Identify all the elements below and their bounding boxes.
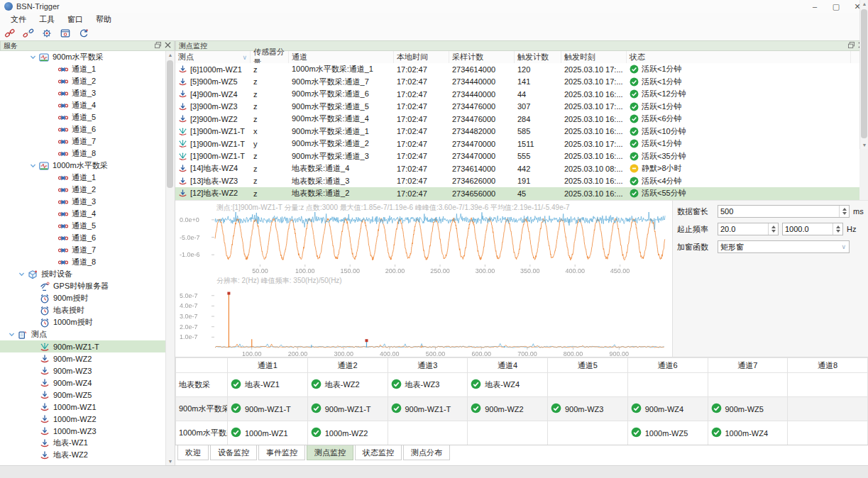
app-window-icon[interactable] (58, 27, 72, 40)
tree-item-900m-wz5[interactable]: 900m-WZ5 (0, 389, 166, 401)
table-row[interactable]: [13]地表-WZ3z地表数采:通道_317:02:47273462600019… (175, 175, 859, 188)
scroll-down-icon[interactable]: ▼ (166, 457, 175, 465)
matrix-col-header-3[interactable]: 通道3 (388, 358, 468, 373)
table-row[interactable]: [1]900m-WZ1-Tx900m水平数采:通道_117:02:4727344… (175, 126, 859, 138)
freq-min-spinbox[interactable] (718, 223, 779, 235)
matrix-cell[interactable]: 地表-WZ1 (228, 373, 308, 397)
tree-item-gps-clock-server[interactable]: GPS时钟服务器 (0, 280, 166, 292)
tree-item-900m-wz3[interactable]: 900m-WZ3 (0, 365, 166, 377)
float-panel-icon[interactable] (848, 42, 855, 50)
column-header-7[interactable]: 触发时刻 (561, 51, 627, 63)
tree-item-1000m-timing[interactable]: 1000m授时 (0, 316, 166, 328)
window-length-field[interactable] (718, 207, 839, 216)
tab-event-monitor[interactable]: 事件监控 (258, 445, 305, 460)
tree-item-900m-channel-7[interactable]: 通道_7 (0, 135, 166, 148)
scroll-down-icon[interactable]: ▼ (860, 141, 868, 149)
table-scroll-thumb[interactable] (861, 9, 867, 138)
matrix-cell[interactable]: 900m-WZ4 (627, 397, 708, 421)
matrix-col-header-4[interactable]: 通道4 (468, 358, 548, 373)
matrix-cell[interactable]: 地表-WZ4 (468, 373, 548, 397)
window-length-spinbox[interactable] (718, 205, 850, 218)
matrix-cell[interactable]: 1000m-WZ5 (627, 421, 708, 445)
matrix-cell[interactable]: 1000m-WZ1 (228, 421, 308, 445)
tree-item-900m-channel-3[interactable]: 通道_3 (0, 87, 166, 99)
freq-max-spinbox[interactable] (782, 223, 843, 235)
chevron-down-icon[interactable] (18, 271, 25, 277)
minimize-button[interactable]: – (804, 0, 825, 13)
matrix-col-header-1[interactable]: 通道1 (228, 358, 308, 373)
tree-item-1000m-wz2[interactable]: 1000m-WZ2 (0, 413, 166, 425)
tree-item-surface-wz2[interactable]: 地表-WZ2 (0, 449, 166, 461)
tree-item-900m-wz2[interactable]: 900m-WZ2 (0, 352, 166, 365)
matrix-cell[interactable]: 1000m-WZ4 (708, 421, 788, 445)
scroll-up-icon[interactable]: ▲ (860, 0, 868, 8)
chevron-down-icon[interactable] (9, 331, 15, 338)
column-header-1[interactable]: 测点∨ (175, 51, 251, 63)
table-row[interactable]: [6]1000m-WZ1z1000m水平数采:通道_117:02:4727346… (175, 63, 859, 76)
tree-item-1000m-channel-1[interactable]: 通道_1 (0, 172, 166, 184)
matrix-cell[interactable]: 900m-WZ3 (548, 397, 628, 421)
tree-item-timing-devices[interactable]: 授时设备 (0, 268, 166, 280)
tree-item-900m-wz4[interactable]: 900m-WZ4 (0, 377, 166, 389)
window-fn-select[interactable]: 矩形窗 ∨ (718, 240, 850, 253)
tree-item-900m-channel-1[interactable]: 通道_1 (0, 63, 166, 75)
freq-min-stepper[interactable] (768, 223, 778, 235)
tree-item-1000m-channel-2[interactable]: 通道_2 (0, 184, 166, 196)
matrix-cell[interactable] (788, 421, 868, 445)
tree-item-surface-timing[interactable]: 地表授时 (0, 304, 166, 316)
matrix-cell[interactable] (708, 373, 788, 397)
column-header-8[interactable]: 状态 (627, 51, 851, 63)
matrix-cell[interactable]: 900m-WZ1-T (388, 397, 468, 421)
tree-item-900m-channel-2[interactable]: 通道_2 (0, 75, 166, 87)
matrix-cell[interactable] (627, 373, 708, 397)
table-row[interactable]: [1]900m-WZ1-Tz900m水平数采:通道_317:02:4727344… (175, 150, 859, 163)
column-header-4[interactable]: 本地时间 (394, 51, 449, 63)
tree-item-900m-channel-8[interactable]: 通道_8 (0, 148, 166, 160)
tree-item-900m-channel-5[interactable]: 通道_5 (0, 111, 166, 123)
tree-item-stations[interactable]: 测点 (0, 328, 166, 340)
tree-item-900m-wz1-t[interactable]: 900m-WZ1-T (0, 340, 166, 352)
tree-item-900m-channel-4[interactable]: 通道_4 (0, 99, 166, 111)
tree-item-1000m-wz1[interactable]: 1000m-WZ1 (0, 401, 166, 413)
matrix-cell[interactable]: 900m-WZ2 (468, 397, 548, 421)
tree-item-900m-timing[interactable]: 900m授时 (0, 292, 166, 304)
column-header-6[interactable]: 触发计数 (515, 51, 561, 63)
menu-window[interactable]: 窗口 (61, 13, 89, 26)
tree-item-1000m-channel-6[interactable]: 通道_6 (0, 232, 166, 244)
window-length-stepper[interactable] (839, 206, 849, 217)
freq-min-field[interactable] (718, 225, 768, 233)
matrix-col-header-7[interactable]: 通道7 (708, 358, 788, 373)
matrix-cell[interactable] (468, 421, 548, 445)
tab-welcome[interactable]: 欢迎 (177, 445, 209, 460)
tree-item-1000m-channel-8[interactable]: 通道_8 (0, 256, 166, 268)
tab-status-monitor[interactable]: 状态监控 (355, 445, 402, 460)
tree-item-1000m-daq[interactable]: 1000m水平数采 (0, 160, 166, 172)
maximize-button[interactable]: ▢ (825, 0, 847, 13)
tree-item-1000m-channel-7[interactable]: 通道_7 (0, 244, 166, 256)
close-panel-icon[interactable] (165, 42, 171, 50)
matrix-col-header-6[interactable]: 通道6 (627, 358, 708, 373)
matrix-col-header-8[interactable]: 通道8 (788, 358, 868, 373)
table-row[interactable]: [1]900m-WZ1-Ty900m水平数采:通道_217:02:4727344… (175, 138, 859, 150)
table-row[interactable]: [3]900m-WZ3z900m水平数采:通道_517:02:472734476… (175, 101, 859, 113)
matrix-cell[interactable]: 900m-WZ5 (708, 397, 788, 421)
matrix-cell[interactable]: 地表-WZ2 (307, 373, 388, 397)
freq-max-field[interactable] (783, 225, 833, 233)
matrix-cell[interactable]: 1000m-WZ2 (307, 421, 388, 445)
matrix-cell[interactable] (788, 373, 868, 397)
matrix-col-header-2[interactable]: 通道2 (307, 358, 388, 373)
table-row[interactable]: [2]900m-WZ2z900m水平数采:通道_417:02:472734476… (175, 113, 859, 126)
disconnect-icon[interactable] (21, 27, 35, 40)
table-row[interactable]: [4]900m-WZ4z900m水平数采:通道_617:02:472734440… (175, 88, 859, 101)
tree-scroll-thumb[interactable] (167, 60, 173, 188)
settings-gear-icon[interactable] (40, 27, 54, 40)
table-scrollbar[interactable]: ▲ ▼ (859, 0, 868, 149)
matrix-cell[interactable]: 900m-WZ1-T (307, 397, 388, 421)
matrix-cell[interactable] (548, 421, 628, 445)
table-row[interactable]: [14]地表-WZ4z地表数采:通道_417:02:47273461400044… (175, 162, 859, 175)
tab-device-monitor[interactable]: 设备监控 (210, 445, 257, 460)
table-row[interactable]: [12]地表-WZ2z地表数采:通道_217:02:47273465600045… (175, 187, 859, 200)
matrix-cell[interactable] (548, 373, 628, 397)
scroll-up-icon[interactable]: ▲ (166, 51, 175, 59)
tab-station-monitor[interactable]: 测点监控 (307, 445, 353, 460)
